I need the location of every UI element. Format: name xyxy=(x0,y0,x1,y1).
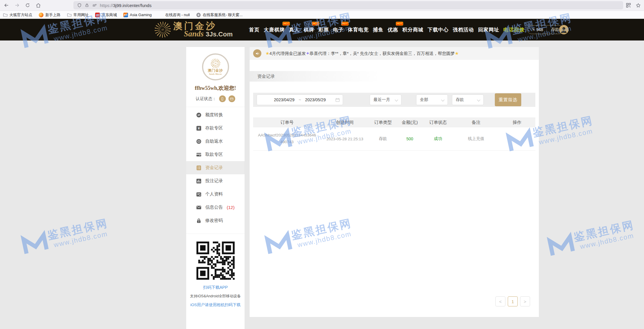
home-button[interactable] xyxy=(34,1,42,9)
site-logo[interactable]: 澳门金沙 Sands 3Js.Com xyxy=(154,21,233,38)
nav-download-center[interactable]: 下载中心 xyxy=(428,26,449,33)
bookmark-firefox-official[interactable]: 火狐官方站点 xyxy=(3,12,32,18)
firefox-icon xyxy=(39,13,43,17)
card-verified-icon[interactable] xyxy=(228,95,235,102)
watermark: 鉴黑担保网www.jhdb8.com xyxy=(19,215,111,258)
message-icon xyxy=(196,205,201,210)
balance-box: ￥ 948 存款 xyxy=(527,25,564,34)
url-bar[interactable]: https://3j99.in/center/funds xyxy=(73,1,623,9)
auth-status-row: 认证状态： xyxy=(186,95,245,102)
table-header: 订单号 创建时间 订单类型 金额(元) 订单状态 备注 操作 xyxy=(253,117,535,127)
deposit-icon: ¥ xyxy=(196,126,201,131)
reset-filter-button[interactable]: 重置筛选 xyxy=(495,93,521,106)
hot-badge: HOT xyxy=(396,22,403,26)
speaker-icon xyxy=(253,49,261,58)
hot-badge: HOT xyxy=(341,22,349,26)
bookmark-online-service[interactable]: 在线客服系统- 聊天窗... xyxy=(196,12,243,18)
welcome-text: ffhw55wh,欢迎您! xyxy=(186,85,245,92)
category-select[interactable]: 全部 xyxy=(416,95,448,105)
amount: 500 xyxy=(397,136,422,141)
sidebar-item-bet-record[interactable]: 投注记录 xyxy=(186,174,245,188)
forward-icon xyxy=(14,2,20,8)
remark: 线上充值 xyxy=(453,136,499,141)
forward-button[interactable] xyxy=(13,1,21,9)
transfer-icon xyxy=(196,112,201,118)
next-page-button[interactable]: > xyxy=(520,296,530,306)
prev-page-button[interactable]: < xyxy=(495,296,505,306)
nav-slots[interactable]: 电子HOT xyxy=(333,26,344,33)
nav-home-url[interactable]: 回家网址 xyxy=(478,26,499,33)
lock-icon xyxy=(85,3,89,8)
nav-phone-callback[interactable]: 电话回拨 xyxy=(503,26,524,33)
sidebar-item-self-rebate[interactable]: 自助返水 xyxy=(186,135,245,148)
bets-icon xyxy=(196,178,201,184)
sidebar-item-deposit-zone[interactable]: ¥ 存款专区 xyxy=(186,122,245,135)
nav-sports-esports[interactable]: 体育电竞 xyxy=(348,26,369,33)
permissions-icon xyxy=(92,3,97,8)
reload-button[interactable] xyxy=(23,1,32,9)
ag-icon: AG xyxy=(123,13,128,17)
withdraw-icon xyxy=(196,152,201,157)
filter-bar: 2023/04/29 ~ 2023/05/29 最近一月 全部 存款 重置筛选 xyxy=(253,93,535,107)
nav-live[interactable]: 真人 xyxy=(289,26,300,33)
nav-chess[interactable]: 棋牌HOT xyxy=(304,26,314,33)
announcement-text: ★4月代理佣金已派发✦恭喜代理：李**，章*，吴* 先生/女士，获实发佣金前三，… xyxy=(265,51,459,56)
home-icon xyxy=(36,3,41,8)
sidebar-item-messages[interactable]: 信息公告(12) xyxy=(186,201,245,214)
qr-download-link[interactable]: 扫码下载APP xyxy=(203,285,228,290)
profile-icon xyxy=(196,192,201,197)
lock-icon xyxy=(196,218,201,223)
user-avatar[interactable] xyxy=(559,25,569,34)
order-status: 成功 xyxy=(423,136,454,141)
bookmarks-bar: 火狐官方站点 新手上路 常用网址 JD 京东商城 AG Asia Gaming … xyxy=(0,11,644,19)
nav-points-mall[interactable]: 积分商城 xyxy=(402,26,423,33)
announcement-bar: ★4月代理佣金已派发✦恭喜代理：李**，章*，吴* 先生/女士，获实发佣金前三，… xyxy=(250,47,539,60)
order-type: 存款 xyxy=(369,136,397,141)
bookmark-asia-gaming[interactable]: AG Asia Gaming xyxy=(123,13,152,17)
current-page-button[interactable]: 1 xyxy=(508,296,518,306)
back-button[interactable] xyxy=(2,1,11,9)
watermark: 鉴黑担保网www.jhdb8.com xyxy=(545,216,638,259)
shield-icon xyxy=(77,3,82,8)
qr-support-text: 支持iOS&Android全部移动设备 xyxy=(190,294,241,299)
date-range-input[interactable]: 2023/04/29 ~ 2023/05/29 xyxy=(257,95,343,105)
date-from: 2023/04/29 xyxy=(274,97,295,102)
page-title: 资金记录 xyxy=(250,71,539,82)
phone-verified-icon[interactable] xyxy=(219,95,226,102)
browser-toolbar: https://3j99.in/center/funds xyxy=(0,0,644,11)
qr-extension-icon[interactable] xyxy=(626,3,631,8)
sidebar-item-quota-transfer[interactable]: 额度转换 xyxy=(186,108,245,122)
sidebar-menu: 额度转换 ¥ 存款专区 自助返水 取款专区 资金记录 投注记录 xyxy=(186,108,245,227)
range-select[interactable]: 最近一月 xyxy=(370,95,401,105)
bookmark-getting-started[interactable]: 新手上路 xyxy=(39,12,60,18)
folder-icon xyxy=(67,13,72,17)
folder-icon xyxy=(3,13,8,17)
nav-lottery[interactable]: 彩票 xyxy=(318,26,329,33)
bookmark-star-icon[interactable] xyxy=(635,3,641,8)
nav-datang-chess[interactable]: 大唐棋牌HOT xyxy=(264,26,285,33)
ios-download-link[interactable]: iOS用户请使用相机扫码下载 xyxy=(190,302,241,308)
bookmark-jd[interactable]: JD 京东商城 xyxy=(95,12,117,18)
nav-fishing[interactable]: 捕鱼 xyxy=(373,26,384,33)
reload-icon xyxy=(25,3,30,8)
sidebar-item-funds-record[interactable]: 资金记录 xyxy=(186,161,245,174)
sidebar-item-profile[interactable]: 个人资料 xyxy=(186,188,245,201)
type-select[interactable]: 存款 xyxy=(452,95,484,105)
back-icon xyxy=(4,2,9,8)
app-download-qr-code xyxy=(196,242,235,280)
rebate-icon xyxy=(196,139,201,144)
nav-home[interactable]: 首页 xyxy=(249,26,260,33)
created-time: 2023-05-28 21:25:13 xyxy=(321,137,369,141)
site-header: 澳门金沙 Sands 3Js.Com 首页 大唐棋牌HOT 真人 棋牌HOT 彩… xyxy=(0,19,644,41)
sidebar-item-withdraw-zone[interactable]: 取款专区 xyxy=(186,148,245,161)
chevron-down-icon xyxy=(441,98,444,101)
funds-panel: 资金记录 2023/04/29 ~ 2023/05/29 最近一月 全部 存款 … xyxy=(250,60,539,317)
jd-icon: JD xyxy=(95,13,100,17)
bookmark-online-consult[interactable]: 在线咨询 - null xyxy=(165,12,190,18)
nav-events[interactable]: 强档活动 xyxy=(453,26,474,33)
bookmark-common-sites[interactable]: 常用网址 xyxy=(67,12,89,18)
logo-domain: 3Js.Com xyxy=(206,31,233,38)
sidebar-item-change-password[interactable]: 修改密码 xyxy=(186,214,245,227)
chevron-down-icon xyxy=(395,98,398,101)
nav-promos[interactable]: 优惠HOT xyxy=(388,26,398,33)
